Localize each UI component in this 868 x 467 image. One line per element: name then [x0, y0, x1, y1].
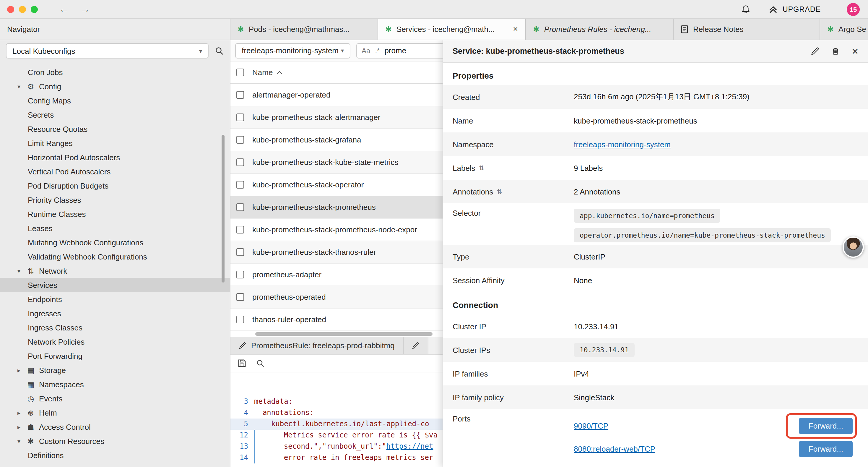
sidebar-item-leases[interactable]: Leases — [0, 221, 230, 235]
editor-search-icon[interactable] — [256, 359, 265, 368]
drawer-title: Service: kube-prometheus-stack-prometheu… — [453, 47, 799, 56]
chevron-right-icon[interactable]: ▸ — [16, 424, 23, 430]
detail-row-created: Created 253d 16h 6m ago (2025年1月13日 GMT+… — [443, 85, 868, 109]
row-checkbox[interactable] — [236, 248, 244, 256]
name-column-header[interactable]: Name — [252, 68, 282, 77]
detail-row-cluster-ip: Cluster IP 10.233.14.91 — [443, 315, 868, 338]
sidebar-item-cron-jobs[interactable]: Cron Jobs — [0, 65, 230, 79]
sidebar-item-runtime-classes[interactable]: Runtime Classes — [0, 207, 230, 221]
sidebar-item-definitions[interactable]: Definitions — [0, 448, 230, 462]
sidebar-scrollbar[interactable] — [222, 135, 224, 283]
sidebar-item-resource-quotas[interactable]: Resource Quotas — [0, 122, 230, 136]
sidebar-item-ingresses[interactable]: Ingresses — [0, 306, 230, 320]
back-arrow-icon[interactable]: ← — [59, 4, 68, 14]
sidebar-item-helm[interactable]: ▸ ⊛ Helm — [0, 406, 230, 420]
maximize-window-button[interactable] — [31, 6, 38, 13]
trash-icon[interactable] — [832, 47, 840, 56]
detail-row-ip-families: IP families IPv4 — [443, 362, 868, 385]
chevron-right-icon[interactable]: ▸ — [16, 367, 23, 373]
dock-tab-partial[interactable] — [404, 337, 428, 354]
search-input[interactable] — [384, 46, 420, 55]
row-checkbox[interactable] — [236, 316, 244, 323]
sidebar-item-events[interactable]: ◷ Events — [0, 391, 230, 406]
row-checkbox[interactable] — [236, 203, 244, 211]
sidebar-item-namespaces[interactable]: ▦ Namespaces — [0, 377, 230, 391]
namespaces-icon: ▦ — [26, 380, 35, 389]
notification-count-badge[interactable]: 15 — [847, 3, 860, 16]
upgrade-icon — [769, 4, 778, 14]
sidebar-item-network[interactable]: ▾ ⇅ Network — [0, 264, 230, 278]
sidebar-item-endpoints[interactable]: Endpoints — [0, 292, 230, 306]
forward-button[interactable]: Forward... — [799, 441, 852, 457]
sidebar-item-port-forwarding[interactable]: Port Forwarding — [0, 349, 230, 363]
detail-row-ports: Ports 9090/TCP Forward... 8080:reloader — [443, 409, 868, 463]
tab-pods[interactable]: ✱ Pods - icecheng@mathmas... — [230, 19, 378, 39]
sidebar-item-storage[interactable]: ▸ ▤ Storage — [0, 363, 230, 377]
upgrade-button[interactable]: UPGRADE — [769, 4, 821, 14]
horizontal-scrollbar-thumb[interactable] — [255, 332, 433, 336]
network-icon: ⇅ — [26, 266, 35, 275]
row-checkbox[interactable] — [236, 226, 244, 233]
sidebar-item-limit-ranges[interactable]: Limit Ranges — [0, 136, 230, 150]
row-checkbox[interactable] — [236, 271, 244, 279]
minimize-window-button[interactable] — [19, 6, 26, 13]
tab-services[interactable]: ✱ Services - icecheng@math... ✕ — [378, 19, 526, 39]
detail-row-session-affinity: Session Affinity None — [443, 268, 868, 292]
tab-argo[interactable]: ✱ Argo Se — [820, 19, 868, 39]
notifications-bell-icon[interactable] — [741, 4, 751, 14]
sidebar-item-secrets[interactable]: Secrets — [0, 108, 230, 122]
row-checkbox[interactable] — [236, 158, 244, 166]
sidebar-item-services[interactable]: Services — [0, 278, 230, 292]
kubernetes-icon: ✱ — [827, 25, 834, 34]
sidebar-item-ingress-classes[interactable]: Ingress Classes — [0, 320, 230, 334]
sidebar-item-config[interactable]: ▾ ⚙ Config — [0, 79, 230, 93]
chevron-right-icon[interactable]: ▸ — [16, 409, 23, 416]
tab-release-notes[interactable]: Release Notes — [674, 19, 820, 39]
namespace-selector[interactable]: freeleaps-monitoring-system ▾ — [235, 43, 350, 58]
sidebar-item-priority-classes[interactable]: Priority Classes — [0, 193, 230, 207]
sidebar-item-custom-resources[interactable]: ▾ ✱ Custom Resources — [0, 434, 230, 448]
sidebar-item-validating-webhook-configurations[interactable]: Validating Webhook Configurations — [0, 250, 230, 264]
selector-chip: app.kubernetes.io/name=prometheus — [574, 209, 720, 223]
table-search-box[interactable]: Aa .* — [356, 43, 457, 58]
dock-tab-prometheusrule[interactable]: PrometheusRule: freeleaps-prod-rabbitmq — [230, 337, 404, 354]
sort-toggle-icon[interactable]: ⇅ — [497, 188, 502, 195]
forward-arrow-icon[interactable]: → — [80, 4, 90, 14]
sidebar-item-vertical-pod-autoscalers[interactable]: Vertical Pod Autoscalers — [0, 164, 230, 178]
tab-prometheus-rules[interactable]: ✱ Prometheus Rules - icecheng... — [526, 19, 674, 39]
row-checkbox[interactable] — [236, 91, 244, 99]
port-link-8080[interactable]: 8080:reloader-web/TCP — [574, 444, 655, 454]
row-checkbox[interactable] — [236, 293, 244, 301]
custom-resources-icon: ✱ — [26, 437, 35, 445]
chevron-down-icon[interactable]: ▾ — [16, 438, 23, 444]
row-checkbox[interactable] — [236, 181, 244, 188]
detail-row-ip-family-policy: IP family policy SingleStack — [443, 385, 868, 409]
sidebar-item-config-maps[interactable]: Config Maps — [0, 93, 230, 108]
detail-row-cluster-ips: Cluster IPs 10.233.14.91 — [443, 338, 868, 362]
sidebar-item-pod-disruption-budgets[interactable]: Pod Disruption Budgets — [0, 178, 230, 193]
regex-toggle[interactable]: .* — [375, 47, 380, 55]
sort-toggle-icon[interactable]: ⇅ — [479, 164, 484, 172]
close-window-button[interactable] — [7, 6, 14, 13]
forward-button[interactable]: Forward... — [799, 418, 852, 434]
sidebar-search-icon[interactable] — [215, 46, 224, 56]
close-tab-icon[interactable]: ✕ — [513, 25, 518, 33]
close-drawer-icon[interactable]: ✕ — [852, 47, 859, 56]
sidebar-item-access-control[interactable]: ▸ ☗ Access Control — [0, 420, 230, 434]
row-checkbox[interactable] — [236, 136, 244, 144]
kubeconfig-selector[interactable]: Local Kubeconfigs ▾ — [6, 43, 209, 59]
chevron-down-icon[interactable]: ▾ — [16, 83, 23, 90]
edit-pencil-icon[interactable] — [811, 47, 820, 56]
row-checkbox[interactable] — [236, 114, 244, 121]
chevron-down-icon[interactable]: ▾ — [16, 267, 23, 274]
user-avatar[interactable] — [843, 236, 864, 258]
sidebar-item-network-policies[interactable]: Network Policies — [0, 334, 230, 349]
namespace-link[interactable]: freeleaps-monitoring-system — [574, 140, 671, 149]
port-link-9090[interactable]: 9090/TCP — [574, 421, 608, 430]
navigator-sidebar: Local Kubeconfigs ▾ Cron Jobs ▾ ⚙ Config… — [0, 40, 230, 467]
sidebar-item-horizontal-pod-autoscalers[interactable]: Horizontal Pod Autoscalers — [0, 150, 230, 164]
match-case-toggle[interactable]: Aa — [362, 47, 370, 55]
save-icon[interactable] — [238, 359, 246, 368]
select-all-checkbox[interactable] — [236, 68, 244, 76]
sidebar-item-mutating-webhook-configurations[interactable]: Mutating Webhook Configurations — [0, 235, 230, 250]
